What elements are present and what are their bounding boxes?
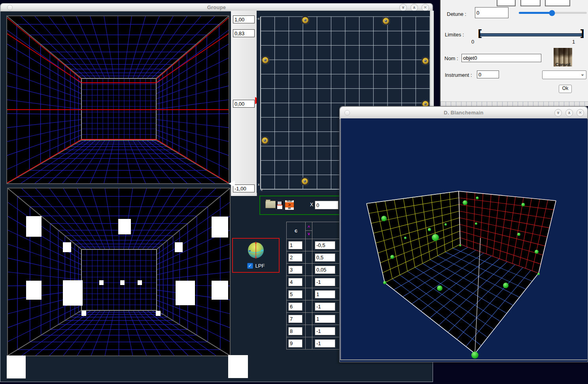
speaker-rect[interactable] (26, 281, 42, 300)
speaker-rect[interactable] (156, 311, 161, 316)
coefficient-index-input[interactable] (288, 339, 303, 348)
unshade-button[interactable]: ∧ (565, 109, 573, 117)
x-coordinate-input[interactable] (315, 201, 338, 209)
source-sphere[interactable] (428, 228, 431, 231)
blanchemain-titlebar[interactable]: D. Blanchemain ∨∧✕ (340, 106, 588, 119)
coefficient-index-input[interactable] (288, 241, 303, 249)
cut-input-2[interactable] (520, 0, 541, 6)
close-button[interactable]: ✕ (577, 109, 584, 117)
save-floppy-icon[interactable] (276, 201, 284, 210)
value-ruler[interactable]: 1,000,830,00-1,00 (231, 11, 257, 196)
speaker-rect[interactable] (176, 281, 195, 305)
speaker-rect[interactable] (212, 281, 228, 300)
source-sphere[interactable] (444, 223, 447, 226)
sort-up-icon[interactable]: ^ (308, 226, 310, 229)
speaker-rect[interactable] (81, 311, 86, 316)
source-sphere[interactable] (381, 216, 387, 221)
cut-input-3[interactable] (545, 0, 570, 6)
min-marker-arrow-icon[interactable] (229, 181, 235, 187)
coefficient-x-input[interactable] (315, 253, 335, 262)
coefficient-index-input[interactable] (288, 315, 303, 323)
coefficient-x-input[interactable] (315, 327, 335, 335)
ruler-value-box[interactable]: 0,83 (233, 29, 255, 37)
sort-down-icon[interactable]: v (308, 232, 310, 236)
source-sphere[interactable] (503, 283, 509, 288)
speaker-icon[interactable] (301, 178, 309, 185)
speaker-rect[interactable] (63, 280, 83, 306)
speaker-rect[interactable] (26, 216, 42, 237)
source-sphere[interactable] (459, 245, 461, 247)
speaker-rect[interactable] (138, 280, 142, 285)
source-sphere[interactable] (471, 352, 478, 359)
limites-left-bracket-handle[interactable]: [ (478, 28, 482, 39)
source-sphere[interactable] (476, 197, 479, 200)
limites-range-slider[interactable]: [ ] (478, 30, 584, 39)
coefficient-index-input[interactable] (288, 266, 303, 274)
ok-button[interactable]: Ok (559, 85, 572, 93)
speaker-icon[interactable] (422, 57, 429, 65)
coefficient-x-input[interactable] (315, 266, 335, 274)
speaker-icon[interactable] (262, 57, 269, 64)
detune-slider[interactable] (519, 12, 587, 14)
coefficient-x-input[interactable] (315, 315, 335, 323)
faust-ide-icon[interactable]: FAUST > IDE (285, 200, 294, 210)
coefficient-index-input[interactable] (288, 278, 303, 286)
coefficient-index-input[interactable] (288, 302, 303, 311)
nom-label: Nom : (444, 55, 458, 61)
instrument-input[interactable] (477, 70, 499, 78)
open-folder-icon[interactable] (265, 201, 276, 208)
limites-track[interactable] (480, 33, 582, 36)
source-sphere[interactable] (522, 203, 525, 207)
floor-speaker-rect[interactable] (7, 355, 26, 378)
ruler-value-box[interactable]: -1,00 (233, 184, 255, 192)
speaker-rect[interactable] (175, 242, 183, 252)
detune-input[interactable] (475, 7, 509, 18)
coefficient-x-input[interactable] (315, 290, 335, 298)
coefficient-index-input[interactable] (288, 253, 303, 262)
cut-input-1[interactable] (497, 0, 516, 6)
source-sphere[interactable] (383, 281, 386, 284)
limites-right-bracket-handle[interactable]: ] (580, 28, 584, 39)
source-sphere[interactable] (537, 273, 540, 275)
shade-button[interactable]: ∨ (399, 4, 407, 11)
groupe-titlebar[interactable]: Groupe ∨∧✕ (0, 3, 433, 11)
nom-input[interactable] (461, 54, 541, 62)
column-header-c[interactable]: c (287, 228, 305, 234)
source-sphere[interactable] (517, 233, 520, 236)
coefficient-x-input[interactable] (315, 278, 335, 286)
coefficient-x-input[interactable] (315, 241, 335, 249)
instrument-dropdown[interactable]: ⌄ (542, 70, 586, 79)
coefficient-x-input[interactable] (315, 302, 335, 311)
source-sphere[interactable] (390, 255, 394, 259)
instrument-label: Instrument : (445, 72, 472, 78)
source-sphere[interactable] (475, 222, 477, 225)
speaker-rect[interactable] (99, 280, 104, 285)
speaker-rect[interactable] (212, 217, 228, 238)
speaker-icon[interactable] (261, 137, 269, 144)
shade-button[interactable]: ∨ (554, 109, 562, 117)
close-button[interactable]: ✕ (422, 4, 429, 11)
coefficient-x-input[interactable] (315, 339, 335, 348)
speaker-icon[interactable] (382, 17, 390, 25)
speaker-rect[interactable] (120, 280, 125, 285)
room-front-view[interactable] (7, 188, 231, 356)
source-sphere[interactable] (463, 200, 467, 205)
unshade-button[interactable]: ∧ (410, 4, 418, 11)
speaker-icon[interactable] (302, 17, 309, 24)
source-sphere[interactable] (404, 237, 406, 239)
floor-speaker-rect[interactable] (228, 355, 248, 378)
lpf-checkbox[interactable]: ✓ (247, 263, 253, 269)
source-sphere[interactable] (432, 234, 439, 241)
coefficient-index-input[interactable] (288, 290, 303, 298)
speaker-rect[interactable] (118, 219, 131, 234)
room-perspective-view[interactable] (6, 15, 229, 184)
coefficient-index-input[interactable] (288, 327, 303, 335)
source-sphere[interactable] (535, 250, 539, 254)
source-sphere[interactable] (437, 285, 442, 291)
ruler-value-box[interactable]: 0,00 (233, 100, 255, 108)
speaker-rect[interactable] (63, 242, 71, 252)
ruler-value-box[interactable]: 1,00 (233, 15, 255, 23)
detune-slider-handle[interactable] (549, 10, 555, 16)
cube-3d-view[interactable] (340, 118, 587, 360)
lpf-control-box: ✓ LPF (232, 238, 280, 273)
